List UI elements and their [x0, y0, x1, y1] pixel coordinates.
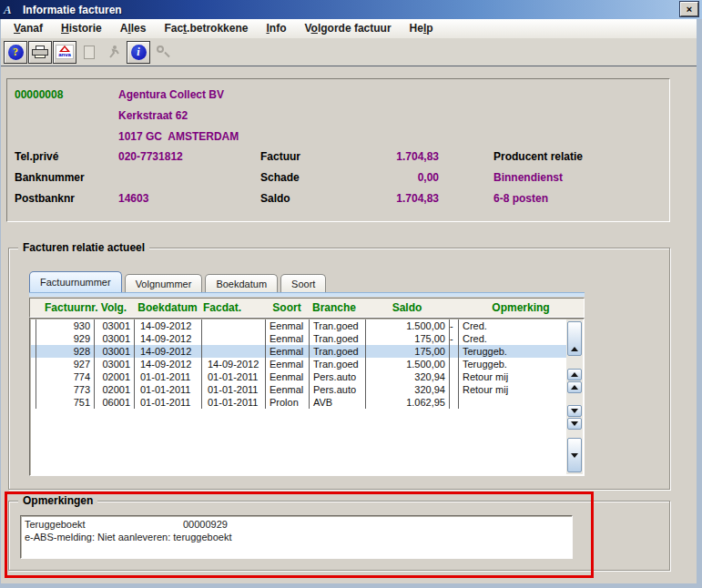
window-title: Informatie facturen: [23, 4, 122, 16]
search-button: [151, 41, 175, 64]
table-row[interactable]: 7730200101-01-201101-01-2011EenmalPers.a…: [31, 383, 566, 396]
cell-saldo: 320,94: [366, 383, 450, 396]
table-row[interactable]: 7510600101-01-201101-01-2011ProlonAVB1.0…: [31, 396, 566, 409]
table-row[interactable]: 9280300114-09-2012EenmalTran.goed175,00T…: [31, 345, 566, 358]
table-row[interactable]: 9300300114-09-2012EenmalTran.goed1.500,0…: [31, 319, 566, 332]
facturen-table: 9300300114-09-2012EenmalTran.goed1.500,0…: [29, 318, 585, 476]
postbank-value: 14603: [118, 192, 148, 205]
opmerkingen-groupbox: Opmerkingen Teruggeboekt 00000929 e-ABS-…: [8, 501, 670, 571]
tab-soort[interactable]: Soort: [280, 274, 326, 292]
schade-value: 0,00: [310, 171, 439, 184]
anva-home-button[interactable]: anva: [53, 41, 76, 64]
cell-factuurnr: 927: [36, 358, 95, 370]
postbank-label: Postbanknr: [15, 192, 75, 205]
cell-volg: 06001: [95, 396, 135, 409]
anva-home-icon: anva: [56, 45, 74, 59]
relation-name: Agentura Collect BV: [118, 88, 224, 101]
tab-volgnummer[interactable]: Volgnummer: [125, 274, 203, 292]
menu-item-volgorde-factuur[interactable]: Volgorde factuur: [295, 19, 400, 38]
column-header-opmerking[interactable]: Opmerking: [458, 301, 584, 314]
opmerkingen-caption: Opmerkingen: [18, 494, 97, 507]
column-header-boekdatum[interactable]: Boekdatum: [134, 301, 201, 314]
cell-boekdatum: 01-01-2011: [135, 396, 202, 409]
memo-line-2: e-ABS-melding: Niet aanleveren: teruggeb…: [25, 531, 568, 543]
window-client-area: VanafHistorieAllesFact.betrokkeneInfoVol…: [1, 19, 697, 583]
cell-soort: Eenmal: [266, 358, 310, 370]
opmerkingen-memo[interactable]: Teruggeboekt 00000929 e-ABS-melding: Nie…: [20, 515, 573, 559]
help-icon: ?: [8, 45, 24, 60]
table-row[interactable]: 9270300114-09-201214-09-2012EenmalTran.g…: [31, 358, 566, 370]
scroll-line-down-button[interactable]: [567, 405, 582, 417]
cell-factuurnr: 774: [36, 370, 95, 383]
scroll-down-button[interactable]: [567, 438, 582, 472]
menu-item-help[interactable]: Help: [401, 19, 443, 38]
cell-volg: 03001: [95, 332, 135, 345]
printer-icon: [32, 46, 48, 59]
column-header-saldo[interactable]: Saldo: [365, 301, 449, 314]
cell-saldo: 320,94: [366, 370, 450, 383]
cell-facdat: 01-01-2011: [202, 396, 266, 409]
cell-volg: 03001: [95, 319, 135, 332]
cell-saldo: 1.500,00: [366, 319, 450, 332]
tab-boekdatum[interactable]: Boekdatum: [205, 274, 278, 292]
cell-branche: Tran.goed: [310, 345, 366, 358]
cell-factuurnr: 928: [36, 345, 95, 358]
cell-soort: Prolon: [266, 396, 310, 409]
scroll-up-button[interactable]: [567, 321, 582, 356]
cell-facdat: [202, 319, 266, 332]
column-header-factuurnr[interactable]: Factuurnr.: [30, 301, 94, 314]
menu-item-vanaf[interactable]: Vanaf: [5, 19, 52, 38]
scroll-page-down-button[interactable]: [567, 418, 582, 430]
producent-value: Binnendienst: [493, 171, 563, 184]
tel-label: Tel.privé: [15, 150, 58, 163]
cell-boekdatum: 14-09-2012: [135, 319, 202, 332]
app-logo-icon: A: [4, 4, 18, 16]
scroll-line-up-button[interactable]: [567, 381, 582, 393]
relation-number: 00000008: [15, 88, 63, 101]
cell-branche: Tran.goed: [310, 332, 366, 345]
facturen-groupbox: Facturen relatie actueel FactuurnummerVo…: [8, 248, 670, 490]
search-icon: [156, 45, 170, 59]
cell-factuurnr: 751: [36, 396, 95, 409]
table-row[interactable]: 7740200101-01-201101-01-2011EenmalPers.a…: [31, 370, 566, 383]
memo-line-1: Teruggeboekt 00000929: [25, 518, 568, 531]
tab-factuurnummer[interactable]: Factuurnummer: [29, 271, 122, 292]
cell-soort: Eenmal: [266, 319, 310, 332]
cell-cred: [450, 396, 459, 409]
tabstrip-bar: [29, 292, 585, 297]
print-button[interactable]: [28, 41, 52, 64]
producent-label: Producent relatie: [493, 150, 583, 163]
column-header-branche[interactable]: Branche: [309, 301, 365, 314]
toolbar: ? anva i: [1, 38, 697, 66]
column-header-volg[interactable]: Volg.: [94, 301, 134, 314]
cell-branche: AVB: [310, 396, 366, 409]
help-button[interactable]: ?: [4, 41, 27, 64]
cell-soort: Eenmal: [266, 370, 310, 383]
menu-item-alles[interactable]: Alles: [111, 19, 156, 38]
cell-facdat: 14-09-2012: [202, 358, 266, 370]
info-button[interactable]: i: [127, 41, 150, 64]
saldo-label: Saldo: [260, 192, 290, 205]
table-row[interactable]: 9290300114-09-2012EenmalTran.goed175,00-…: [31, 332, 566, 345]
cell-facdat: [202, 345, 266, 358]
table-scrollbar: [566, 319, 583, 474]
cell-cred: [450, 383, 459, 396]
scroll-page-up-button[interactable]: [567, 369, 582, 380]
menu-item-historie[interactable]: Historie: [52, 19, 111, 38]
menu-item-fact-betrokkene[interactable]: Fact.betrokkene: [155, 19, 257, 38]
memo-line1-number: 00000929: [183, 518, 228, 531]
column-header-facdat[interactable]: Facdat.: [201, 301, 265, 314]
cell-opmerking: Teruggeb.: [459, 345, 566, 358]
cell-saldo: 175,00: [366, 345, 450, 358]
column-header-soort[interactable]: Soort: [265, 301, 309, 314]
cell-saldo: 1.500,00: [366, 358, 450, 370]
table-rows-area: 9300300114-09-2012EenmalTran.goed1.500,0…: [31, 319, 566, 474]
relation-postal-city: 1017 GC AMSTERDAM: [118, 130, 239, 143]
tel-value: 020-7731812: [118, 150, 183, 163]
run-button: [102, 41, 126, 64]
cell-branche: Tran.goed: [310, 319, 366, 332]
cell-boekdatum: 01-01-2011: [135, 370, 202, 383]
close-button[interactable]: ×: [680, 2, 698, 16]
cell-boekdatum: 14-09-2012: [135, 332, 202, 345]
menu-item-info[interactable]: Info: [257, 19, 295, 38]
